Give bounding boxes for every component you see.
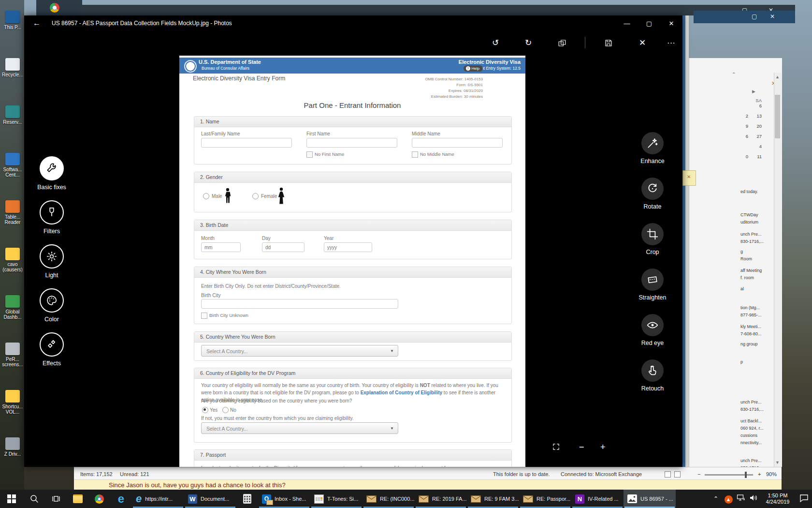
zoom-out-control[interactable]: − [697, 471, 700, 477]
desktop-icon-tableau-reader[interactable]: Table... Reader [2, 200, 23, 225]
scroll-down-arrow[interactable]: ▼ [774, 459, 781, 466]
search-button[interactable] [23, 490, 45, 508]
female-radio[interactable] [252, 193, 259, 199]
reminder-item[interactable]: uct Backl... [740, 418, 772, 423]
edit-tool-light[interactable]: Light [29, 244, 74, 279]
taskbar-button-outlook[interactable]: OInbox - She... [258, 490, 310, 508]
desktop-icon-reserv[interactable]: Reserv... [2, 105, 23, 125]
reminder-item[interactable]: 830-1716,... [740, 407, 772, 412]
reminder-item[interactable]: uditorium [740, 220, 772, 224]
view-reading-icon[interactable] [674, 471, 681, 478]
taskbar-button-mail[interactable]: RE: (INC000... [362, 490, 415, 508]
day-input[interactable] [262, 242, 304, 252]
reminder-item[interactable]: f. room [740, 275, 772, 280]
zoom-percent[interactable]: 90% [766, 471, 777, 477]
taskbar-button-chrome[interactable] [88, 490, 110, 508]
eligibility-country-select[interactable]: Select A Country...▼ [201, 422, 398, 434]
mcafee-tray-icon[interactable]: ▲ [722, 494, 735, 504]
middle-name-input[interactable] [412, 138, 503, 148]
scrollbar-thumb[interactable] [775, 95, 780, 138]
compare-button[interactable] [558, 39, 566, 49]
reminder-item[interactable]: p [740, 359, 772, 364]
eligibility-explanation-link[interactable]: Explanation of Country of Eligibility [361, 390, 442, 395]
calendar-day[interactable]: 6 [739, 134, 748, 144]
task-view-button[interactable] [45, 490, 67, 508]
taskbar-button-calendar[interactable]: T-Tones: Si... [310, 490, 362, 508]
calendar-day[interactable]: 11 [752, 154, 762, 164]
taskbar-button-calculator[interactable] [236, 490, 258, 508]
item-close-icon[interactable]: ✕ [770, 13, 775, 20]
taskbar-button-edge[interactable]: e [110, 490, 132, 508]
reminder-item[interactable]: 830-1716,... [740, 239, 772, 244]
reminder-item[interactable]: unch Pre... [740, 232, 772, 237]
calendar-day[interactable]: 6 [752, 103, 762, 113]
message-preview-text[interactable]: Since Jason is out, have you guys had a … [109, 481, 286, 489]
tray-chevron-icon[interactable]: ⌃ [710, 495, 722, 502]
no-first-name-checkbox[interactable] [306, 151, 313, 158]
more-options-button[interactable]: ··· [667, 39, 675, 47]
desktop-icon-this-pc[interactable]: This P... [2, 11, 23, 30]
first-name-input[interactable] [306, 138, 397, 148]
desktop-icon-cavo-causers[interactable]: cavo (causers) [2, 248, 23, 272]
edit-action-retouch[interactable]: Retouch [630, 359, 675, 392]
reminder-item[interactable]: unch Pre... [740, 458, 772, 463]
calendar-day[interactable] [739, 103, 748, 113]
zoom-out-button[interactable]: − [579, 442, 584, 452]
reminder-item[interactable]: 877-985-... [740, 313, 772, 317]
zoom-in-control[interactable]: + [758, 471, 761, 477]
reminder-item[interactable]: al [740, 286, 772, 291]
edit-action-straighten[interactable]: Straighten [630, 269, 675, 301]
calendar-day[interactable]: 9 [739, 123, 748, 134]
taskbar-button-mail[interactable]: RE: 2019 FA... [415, 490, 467, 508]
taskbar-button-mail[interactable]: RE: Passpor... [519, 490, 571, 508]
taskbar-clock[interactable]: 1:50 PM 4/24/2019 [760, 493, 796, 505]
edit-tool-color[interactable]: Color [29, 288, 74, 323]
taskbar-button-photos[interactable]: US 86957 - ... [624, 490, 676, 508]
desktop-icon-per-screens[interactable]: PeR... screens... [2, 343, 23, 367]
taskbar-button-explorer[interactable] [67, 490, 88, 508]
edit-action-red-eye[interactable]: Red eye [630, 314, 675, 346]
desktop-icon-software-center[interactable]: Softwa... Cent... [2, 153, 23, 178]
month-input[interactable] [201, 242, 241, 252]
fit-to-window-button[interactable] [552, 443, 560, 453]
redo-button[interactable]: ↻ [525, 39, 532, 47]
birth-city-input[interactable] [201, 299, 398, 309]
reminder-item[interactable]: ed today. [740, 189, 772, 194]
item-maximize-icon[interactable]: ▢ [752, 13, 757, 20]
help-button[interactable]: ?Help [464, 65, 483, 72]
no-middle-name-checkbox[interactable] [412, 151, 418, 158]
network-tray-icon[interactable] [735, 494, 747, 504]
back-button[interactable]: ← [33, 19, 41, 28]
reminder-item[interactable]: nnectivity... [740, 440, 772, 445]
action-center-icon[interactable] [796, 494, 812, 504]
calendar-day[interactable] [739, 144, 748, 154]
edit-action-enhance[interactable]: Enhance [630, 132, 675, 164]
desktop-icon-global-dashboard[interactable]: Global Dashb... [2, 295, 23, 320]
reminder-item[interactable]: unch Pre... [740, 400, 772, 404]
zoom-in-button[interactable]: + [600, 442, 606, 452]
male-radio[interactable] [203, 193, 209, 199]
calendar-day[interactable]: 27 [752, 134, 762, 144]
taskbar-button-ie[interactable]: ehttps://intr... [132, 490, 184, 508]
calendar-day[interactable]: 0 [739, 154, 748, 164]
birth-country-select[interactable]: Select A Country...▼ [201, 345, 398, 357]
reminder-item[interactable]: 060 924, r... [740, 426, 772, 431]
edit-action-rotate[interactable]: Rotate [630, 178, 675, 210]
maximize-button[interactable]: ▢ [638, 15, 660, 31]
desktop-icon-z-drive[interactable]: Z Driv... [2, 437, 23, 457]
claim-no-radio[interactable] [222, 407, 229, 413]
reminder-item[interactable]: Room [740, 256, 772, 261]
taskbar-button-word[interactable]: WDocument... [184, 490, 236, 508]
view-normal-icon[interactable] [665, 471, 671, 478]
edit-tool-filters[interactable]: Filters [29, 200, 74, 235]
edit-action-crop[interactable]: Crop [630, 223, 675, 255]
calendar-day[interactable]: 2 [739, 113, 748, 123]
reminder-item[interactable]: kly Meeti... [740, 324, 772, 329]
reminder-item[interactable]: aff Meeting [740, 268, 772, 273]
taskbar-button-onenote[interactable]: NIV-Related ... [571, 490, 624, 508]
reminder-item[interactable]: 7-608-80... [740, 331, 772, 336]
close-button[interactable]: ✕ [660, 15, 682, 31]
toast-close-icon[interactable]: ✕ [687, 174, 691, 179]
save-copy-button[interactable] [604, 39, 613, 49]
volume-tray-icon[interactable] [747, 494, 760, 504]
